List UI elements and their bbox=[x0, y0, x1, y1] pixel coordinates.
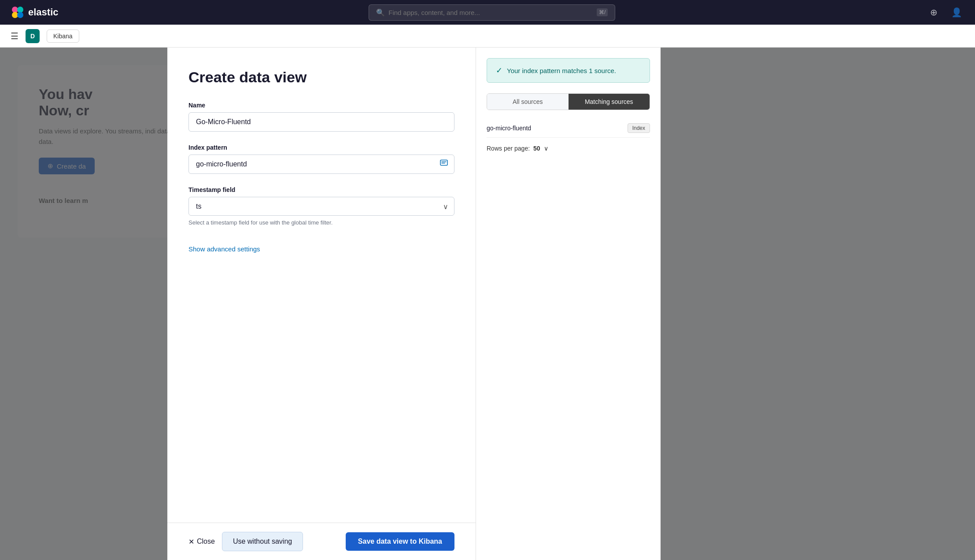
rows-per-page[interactable]: Rows per page: 50 ∨ bbox=[487, 145, 650, 152]
global-search-bar[interactable]: 🔍 ⌘/ bbox=[369, 4, 615, 21]
nav-icons: ⊕ 👤 bbox=[926, 4, 964, 20]
create-data-view-modal: Create data view Name Index pattern Time… bbox=[167, 48, 476, 560]
refresh-icon[interactable] bbox=[439, 159, 448, 170]
user-icon: 👤 bbox=[951, 7, 962, 18]
svg-point-2 bbox=[12, 12, 18, 18]
search-shortcut: ⌘/ bbox=[597, 8, 608, 16]
elastic-logo-svg bbox=[11, 5, 25, 19]
brand-name: elastic bbox=[28, 7, 59, 18]
match-banner: ✓ Your index pattern matches 1 source. bbox=[487, 58, 650, 83]
search-icon: 🔍 bbox=[376, 8, 385, 17]
close-button[interactable]: ✕ Close bbox=[188, 533, 215, 550]
name-field-group: Name bbox=[188, 102, 454, 132]
search-input[interactable] bbox=[388, 9, 593, 16]
help-icon-button[interactable]: ⊕ bbox=[926, 4, 942, 20]
sources-list: go-micro-fluentd Index bbox=[487, 119, 650, 138]
index-pattern-label: Index pattern bbox=[188, 144, 454, 151]
index-pattern-field-group: Index pattern bbox=[188, 144, 454, 174]
svg-rect-4 bbox=[440, 160, 447, 166]
timestamp-select-wrapper: ts ∨ bbox=[188, 197, 454, 216]
timestamp-label: Timestamp field bbox=[188, 186, 454, 193]
source-type-badge: Index bbox=[628, 123, 650, 133]
name-label: Name bbox=[188, 102, 454, 109]
right-panel: ✓ Your index pattern matches 1 source. A… bbox=[476, 48, 661, 560]
top-nav: elastic 🔍 ⌘/ ⊕ 👤 bbox=[0, 0, 975, 25]
kibana-button[interactable]: Kibana bbox=[47, 29, 79, 43]
check-icon: ✓ bbox=[496, 66, 502, 75]
match-banner-text: Your index pattern matches 1 source. bbox=[507, 67, 616, 74]
source-name: go-micro-fluentd bbox=[487, 125, 531, 132]
help-circle-icon: ⊕ bbox=[930, 7, 938, 18]
avatar-button[interactable]: D bbox=[26, 29, 40, 43]
tab-all-sources[interactable]: All sources bbox=[487, 94, 569, 110]
modal-footer: ✕ Close Use without saving Save data vie… bbox=[167, 523, 476, 560]
sub-nav: ☰ D Kibana bbox=[0, 25, 975, 48]
elastic-logo: elastic bbox=[11, 5, 59, 19]
tab-matching-sources[interactable]: Matching sources bbox=[569, 94, 650, 110]
save-data-view-button[interactable]: Save data view to Kibana bbox=[346, 532, 454, 551]
timestamp-field-group: Timestamp field ts ∨ Select a timestamp … bbox=[188, 186, 454, 226]
source-item: go-micro-fluentd Index bbox=[487, 119, 650, 138]
modal-title: Create data view bbox=[188, 69, 454, 86]
timestamp-select[interactable]: ts bbox=[188, 197, 454, 216]
user-icon-button[interactable]: 👤 bbox=[949, 4, 964, 20]
name-input[interactable] bbox=[188, 112, 454, 132]
svg-point-3 bbox=[17, 12, 23, 18]
sources-tabs: All sources Matching sources bbox=[487, 93, 650, 110]
index-pattern-input[interactable] bbox=[188, 155, 454, 174]
timestamp-help-text: Select a timestamp field for use with th… bbox=[188, 219, 454, 226]
svg-point-0 bbox=[12, 7, 18, 13]
modal-container: Create data view Name Index pattern Time… bbox=[0, 48, 975, 560]
rows-per-page-label: Rows per page: bbox=[487, 145, 530, 152]
use-without-saving-button[interactable]: Use without saving bbox=[222, 532, 303, 551]
svg-point-1 bbox=[17, 7, 23, 13]
rows-count: 50 bbox=[533, 145, 540, 152]
chevron-down-rows-icon: ∨ bbox=[544, 145, 548, 152]
close-x-icon: ✕ bbox=[188, 538, 194, 546]
hamburger-menu-button[interactable]: ☰ bbox=[11, 31, 18, 41]
index-pattern-input-wrapper bbox=[188, 155, 454, 174]
show-advanced-settings-link[interactable]: Show advanced settings bbox=[188, 245, 454, 253]
